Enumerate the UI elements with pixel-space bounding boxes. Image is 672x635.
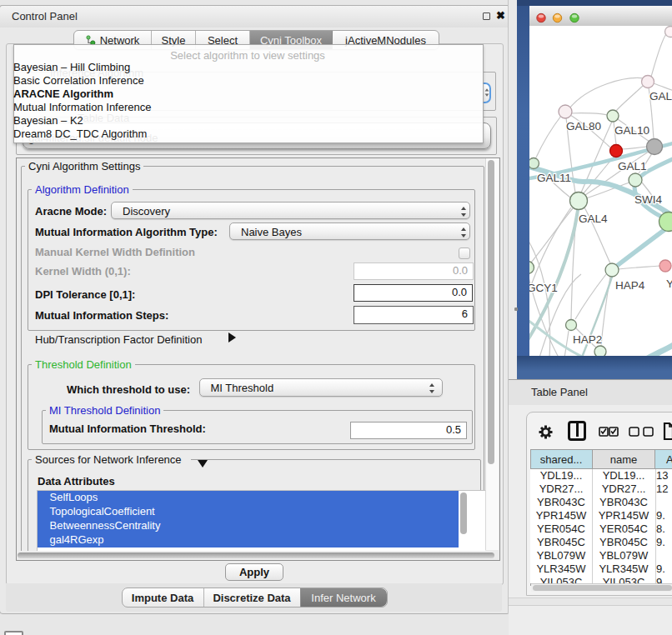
svg-text:SWI4: SWI4	[634, 193, 662, 206]
svg-text:GAL4: GAL4	[579, 212, 608, 225]
svg-text:YJ: YJ	[666, 278, 672, 290]
svg-text:HAP2: HAP2	[573, 333, 602, 346]
svg-text:HAP4: HAP4	[615, 279, 645, 292]
svg-text:GAL10: GAL10	[614, 124, 649, 137]
svg-text:GAL11: GAL11	[537, 172, 571, 184]
svg-text:GAL80: GAL80	[566, 120, 601, 132]
svg-text:GCY1: GCY1	[529, 282, 558, 294]
svg-text:GAL7: GAL7	[649, 90, 672, 102]
svg-text:GAL1: GAL1	[618, 160, 647, 172]
